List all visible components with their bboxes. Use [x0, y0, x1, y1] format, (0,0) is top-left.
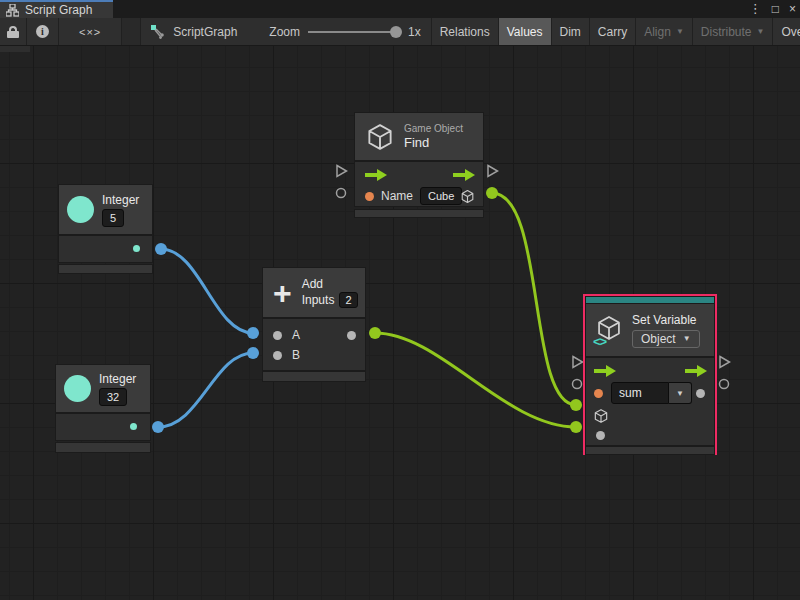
carry-button[interactable]: Carry	[590, 18, 636, 45]
values-button[interactable]: Values	[499, 18, 552, 45]
overview-button[interactable]: Overview	[773, 18, 800, 45]
flow-arrow-icon[interactable]	[685, 365, 707, 377]
wire-integer5-to-add-a[interactable]	[161, 249, 253, 333]
variable-name-combo[interactable]: sum ▼	[611, 382, 692, 404]
port-add-input-a[interactable]	[247, 327, 259, 339]
node-set-variable[interactable]: <> Set Variable Object ▼	[586, 297, 714, 454]
setvariable-output-dot[interactable]	[696, 389, 705, 398]
node-footer	[59, 265, 152, 273]
node-accent-strip	[586, 297, 714, 304]
distribute-button[interactable]: Distribute▼	[693, 18, 774, 45]
integer-value-field[interactable]: 5	[102, 209, 124, 227]
set-variable-icon: <>	[594, 314, 624, 346]
input-a-dot[interactable]	[273, 331, 282, 340]
node-title: Integer	[102, 193, 139, 207]
object-input-icon[interactable]	[593, 408, 609, 424]
zoom-slider[interactable]	[308, 31, 400, 33]
variable-dropdown-button[interactable]: ▼	[669, 382, 692, 404]
port-setvariable-object-input[interactable]	[570, 399, 582, 411]
port-setvariable-flow-in[interactable]	[573, 357, 583, 368]
maximize-icon[interactable]: □	[772, 0, 779, 18]
graph-name[interactable]: ScriptGraph	[173, 25, 237, 39]
graph-breadcrumb: ScriptGraph Zoom 1x	[140, 18, 431, 45]
port-find-name-in[interactable]	[337, 189, 346, 198]
node-find[interactable]: Game Object Find Name Cube	[355, 113, 483, 217]
inputs-count-field[interactable]: 2	[339, 292, 357, 308]
add-output-dot[interactable]	[347, 331, 356, 340]
flow-arrow-icon[interactable]	[594, 365, 616, 377]
variable-name-input-dot[interactable]	[594, 389, 603, 398]
variable-name-field[interactable]: sum	[611, 382, 669, 404]
port-find-flow-out[interactable]	[488, 166, 498, 177]
name-value-field[interactable]: Cube	[420, 187, 462, 205]
code-preview-button[interactable]: <×>	[59, 18, 122, 45]
chevron-down-icon: ▼	[683, 334, 691, 343]
integer-output-dot[interactable]	[133, 245, 140, 252]
port-setvariable-value-input[interactable]	[570, 421, 582, 433]
port-setvariable-value-out[interactable]	[720, 380, 729, 389]
lock-button[interactable]	[0, 18, 27, 45]
graph-tab-icon	[6, 4, 19, 17]
node-title: Integer	[99, 372, 136, 386]
node-footer	[56, 443, 150, 452]
zoom-control: Zoom 1x	[269, 25, 420, 39]
node-title: Find	[404, 135, 429, 150]
wire-add-to-setvariable[interactable]	[375, 333, 576, 427]
value-input-dot[interactable]	[596, 431, 605, 440]
zoom-value: 1x	[408, 25, 421, 39]
node-footer	[355, 210, 483, 217]
wire-integer32-to-add-b[interactable]	[158, 353, 253, 427]
node-title: Set Variable	[632, 313, 696, 327]
integer-output-dot[interactable]	[130, 423, 137, 430]
chevron-down-icon: ▼	[757, 27, 765, 36]
integer-type-icon	[67, 196, 94, 223]
port-find-flow-in[interactable]	[337, 166, 347, 177]
align-button[interactable]: Align▼	[636, 18, 693, 45]
node-title: Add	[302, 277, 323, 291]
port-integer5-output[interactable]	[155, 243, 167, 255]
port-integer32-output[interactable]	[152, 421, 164, 433]
close-icon[interactable]: ×	[789, 0, 796, 18]
angle-brackets-glyph: <>	[593, 334, 606, 349]
port-find-output[interactable]	[486, 187, 498, 199]
info-button[interactable]: i	[27, 18, 59, 45]
dim-button[interactable]: Dim	[552, 18, 590, 45]
wire-find-to-setvariable[interactable]	[492, 193, 576, 405]
port-setvariable-name-in[interactable]	[573, 380, 582, 389]
graph-canvas[interactable]: Integer 5 Integer 32	[0, 46, 800, 600]
tab-script-graph[interactable]: Script Graph	[0, 0, 113, 18]
node-footer	[586, 447, 714, 454]
unity-script-graph-window: Script Graph ⋮ □ × i <×> ScriptGraph	[0, 0, 800, 600]
toolbar-toggles: Relations Values Dim Carry Align▼ Distri…	[432, 18, 800, 45]
script-graph-icon	[151, 25, 165, 39]
node-integer-5[interactable]: Integer 5	[59, 185, 152, 273]
integer-value-field[interactable]: 32	[99, 388, 127, 406]
port-add-output[interactable]	[369, 327, 381, 339]
zoom-slider-handle[interactable]	[390, 26, 402, 38]
game-object-output-icon[interactable]	[460, 189, 475, 204]
chevron-down-icon: ▼	[676, 27, 684, 36]
port-add-input-b[interactable]	[247, 347, 259, 359]
window-menu-icon[interactable]: ⋮	[749, 0, 762, 18]
input-a-label: A	[292, 328, 300, 342]
flow-arrow-icon[interactable]	[453, 169, 475, 181]
flow-arrow-icon[interactable]	[365, 169, 387, 181]
titlebar: Script Graph ⋮ □ ×	[0, 0, 800, 18]
info-icon: i	[36, 25, 49, 38]
node-add[interactable]: + Add Inputs 2 A B	[263, 268, 365, 381]
code-icon: <×>	[79, 26, 101, 38]
relations-button[interactable]: Relations	[432, 18, 499, 45]
node-category: Game Object	[404, 123, 463, 134]
node-integer-32[interactable]: Integer 32	[56, 365, 150, 452]
port-setvariable-flow-out[interactable]	[720, 357, 730, 368]
name-input-dot[interactable]	[365, 192, 374, 201]
input-b-dot[interactable]	[273, 351, 282, 360]
window-controls: ⋮ □ ×	[749, 0, 796, 18]
graph-toolbar: i <×> ScriptGraph Zoom 1x Relations	[0, 18, 800, 46]
add-icon: +	[273, 278, 292, 308]
chevron-down-icon: ▼	[676, 389, 684, 398]
name-label: Name	[381, 189, 413, 203]
node-set-variable-selection[interactable]: <> Set Variable Object ▼	[583, 294, 717, 455]
inputs-label: Inputs	[302, 293, 335, 307]
variable-scope-dropdown[interactable]: Object ▼	[632, 330, 700, 348]
